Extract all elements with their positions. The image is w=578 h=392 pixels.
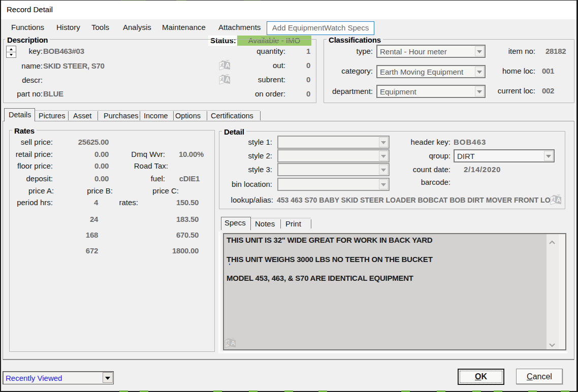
svg-text:A: A: [226, 76, 230, 83]
svg-text:A: A: [231, 340, 236, 347]
svg-text:え: え: [220, 77, 224, 82]
svg-text:A: A: [226, 62, 230, 69]
svg-text:え: え: [551, 197, 556, 202]
svg-text:A: A: [557, 197, 561, 204]
svg-text:え: え: [226, 340, 230, 345]
svg-text:え: え: [220, 62, 224, 68]
